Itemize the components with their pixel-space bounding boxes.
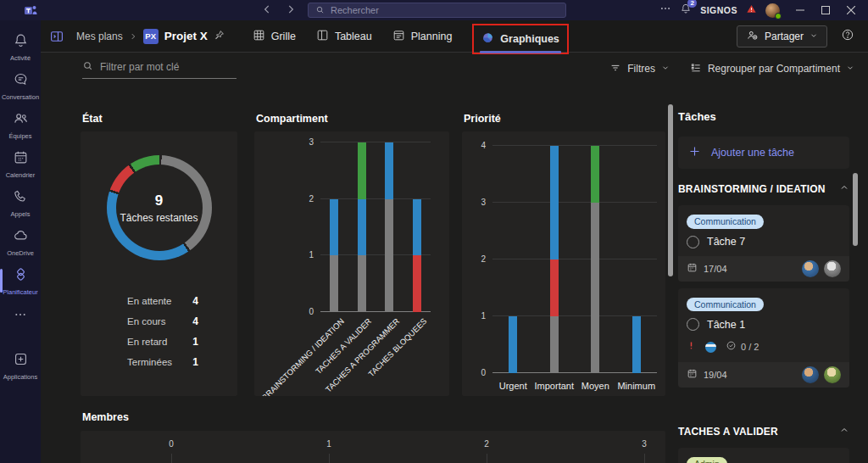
rail-item-conversation[interactable]: Conversation — [0, 66, 41, 105]
share-button[interactable]: Partager — [737, 25, 827, 47]
y-tick-label: 2 — [309, 195, 314, 204]
filters-button[interactable]: Filtres — [609, 62, 670, 76]
rail-item-more[interactable] — [0, 300, 41, 332]
more-options-icon[interactable] — [659, 3, 671, 18]
priorite-barchart: 01234 UrgentImportantMoyenMinimum — [472, 146, 657, 373]
plus-icon — [688, 145, 701, 160]
chevron-down-icon — [661, 63, 670, 75]
tab-tableau[interactable]: Tableau — [316, 29, 372, 44]
group-by-button[interactable]: Regrouper par Compartiment — [690, 62, 854, 76]
add-apps-icon — [13, 351, 29, 371]
bar-column[interactable]: Minimum — [616, 146, 658, 373]
rail-item-calendrier[interactable]: Calendrier — [0, 144, 41, 183]
chevron-up-icon[interactable] — [839, 425, 849, 438]
bar-column[interactable]: Important — [534, 146, 576, 373]
priority-urgent-icon — [687, 339, 696, 354]
notifications-bell-icon[interactable]: 2 — [680, 3, 692, 18]
pin-icon[interactable] — [214, 29, 225, 44]
tab-graphiques[interactable]: Graphiques — [481, 31, 559, 47]
group-header-brainstorming[interactable]: BRAINSTORMING / IDEATION — [678, 182, 849, 195]
close-button[interactable] — [839, 0, 863, 20]
panel-scrollbar[interactable] — [853, 173, 858, 246]
task-name[interactable]: Tâche 7 — [707, 236, 745, 248]
more-apps-icon — [14, 308, 27, 325]
section-title-membres: Membres — [82, 411, 129, 423]
rail-item-activite[interactable]: Activité — [0, 27, 41, 66]
section-title-compartiment: Compartiment — [256, 113, 328, 125]
plot-area: UrgentImportantMoyenMinimum — [492, 146, 657, 373]
main-scrollbar[interactable] — [668, 104, 673, 276]
legend-row: En cours4 — [127, 311, 198, 332]
category-pill[interactable]: Communication — [687, 215, 764, 229]
etat-donut[interactable]: 9 Tâches restantes — [107, 155, 212, 260]
nav-back-icon[interactable] — [261, 3, 273, 15]
cloud-icon — [13, 227, 29, 247]
global-search-bar[interactable] — [308, 3, 566, 18]
calendar-icon — [687, 367, 698, 382]
add-task-button[interactable]: Ajouter une tâche — [678, 137, 849, 169]
chevron-up-icon[interactable] — [839, 182, 849, 195]
plan-title[interactable]: Projet X — [164, 30, 208, 42]
breadcrumb-mes-plans[interactable]: Mes plans — [76, 31, 123, 42]
tab-grille[interactable]: Grille — [253, 29, 296, 44]
teams-window: 2 SIGNOS Activité Conversation Équipes — [0, 0, 868, 463]
category-pill[interactable]: Communication — [687, 298, 764, 312]
plan-badge: PX — [143, 29, 159, 44]
bar-column[interactable]: TACHES A VALIDER — [348, 142, 376, 312]
in-progress-icon — [705, 342, 716, 353]
group-by-icon — [690, 62, 702, 76]
rail-item-planificateur[interactable]: Planificateur — [0, 261, 41, 300]
rail-item-appels[interactable]: Appels — [0, 183, 41, 222]
task-card-tache-7[interactable]: Communication Tâche 7 17/04 — [678, 205, 849, 282]
user-avatar[interactable] — [765, 3, 780, 18]
legend-row: En retard1 — [127, 332, 198, 352]
chevron-down-icon — [810, 31, 818, 42]
rail-item-equipes[interactable]: Équipes — [0, 105, 41, 144]
task-name[interactable]: Tâche 1 — [707, 319, 745, 331]
breadcrumb: Mes plans PX Projet X — [76, 29, 225, 44]
due-date: 19/04 — [704, 370, 727, 380]
notification-badge: 2 — [687, 0, 697, 8]
rail-item-applications[interactable]: Applications — [0, 346, 41, 385]
assignee-avatar[interactable] — [824, 366, 841, 383]
donut-center: 9 Tâches restantes — [116, 165, 203, 251]
maximize-button[interactable] — [814, 0, 837, 20]
category-pill[interactable]: Admin — [687, 457, 727, 463]
planner-icon — [13, 266, 29, 286]
tab-planning[interactable]: Planning — [392, 29, 453, 44]
nav-forward-icon[interactable] — [285, 3, 297, 15]
assignee-avatar[interactable] — [802, 366, 819, 383]
search-input[interactable] — [331, 5, 559, 15]
account-name[interactable]: SIGNOS — [700, 5, 737, 15]
phone-icon — [13, 188, 29, 208]
rail-item-onedrive[interactable]: OneDrive — [0, 222, 41, 261]
bar-column[interactable]: TACHES BLOQUEES — [403, 142, 431, 312]
bar-column[interactable]: BRAINSTORMING / IDEATION — [320, 142, 348, 312]
priorite-chart-card: 01234 UrgentImportantMoyenMinimum — [462, 131, 665, 396]
remaining-count: 9 — [155, 192, 163, 209]
task-card-tache-6[interactable]: Admin Tâche 6 — [678, 448, 849, 463]
help-icon[interactable] — [841, 28, 854, 45]
assignee-avatar[interactable] — [802, 260, 819, 277]
membres-chart-card: 0123 — [81, 431, 665, 463]
keyword-filter[interactable] — [82, 59, 236, 79]
task-card-tache-1[interactable]: Communication Tâche 1 0 / 2 — [678, 288, 849, 388]
presence-indicator — [775, 13, 782, 20]
bar-column[interactable]: Moyen — [575, 146, 616, 373]
group-header-taches-a-valider[interactable]: TACHES A VALIDER — [678, 425, 849, 438]
remaining-label: Tâches restantes — [120, 212, 198, 224]
etat-legend: En attente4En cours4En retard1Terminées1 — [81, 291, 237, 372]
compartiment-chart-card: 0123 BRAINSTORMING / IDEATIONTACHES A VA… — [254, 131, 449, 396]
warning-icon[interactable] — [746, 3, 757, 18]
bar-column[interactable]: Urgent — [492, 146, 534, 373]
keyword-filter-input[interactable] — [100, 61, 236, 73]
task-checkbox[interactable] — [687, 236, 699, 248]
panel-toggle-icon[interactable] — [49, 29, 64, 44]
task-checkbox[interactable] — [687, 318, 699, 331]
y-tick-label: 0 — [309, 308, 314, 316]
y-tick-label: 4 — [481, 142, 486, 150]
bell-icon — [13, 32, 29, 52]
assignee-avatar[interactable] — [824, 260, 841, 277]
bar-column[interactable]: TACHES A PROGRAMMER — [376, 142, 403, 312]
minimize-button[interactable] — [788, 0, 812, 20]
